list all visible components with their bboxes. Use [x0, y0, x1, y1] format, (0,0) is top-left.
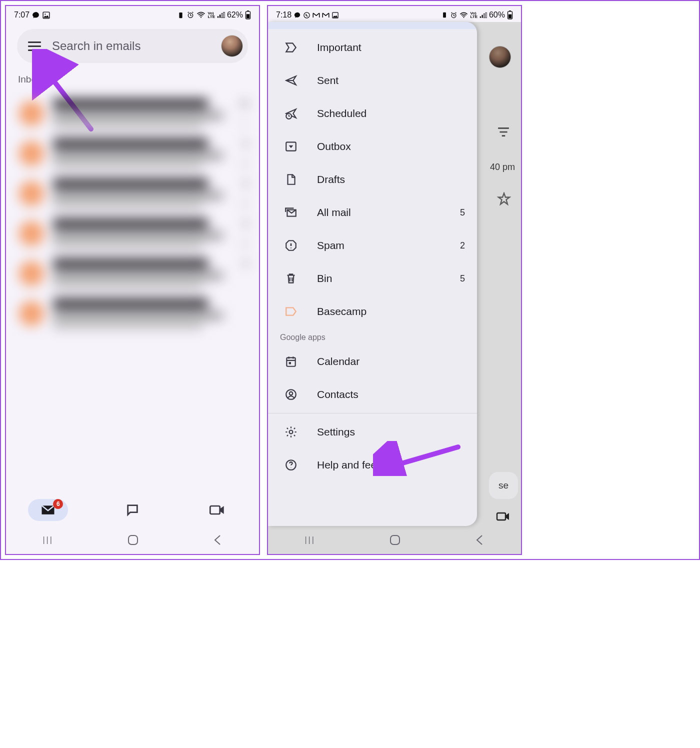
- drawer-item-spam[interactable]: Spam2: [268, 229, 477, 262]
- email-time: 40 pm: [490, 162, 515, 172]
- wifi-icon: [196, 12, 206, 18]
- hamburger-menu-icon[interactable]: [28, 42, 41, 51]
- drawer-item-label: Contacts: [317, 388, 358, 400]
- wifi-icon: [460, 12, 468, 18]
- email-item[interactable]: n▸: [6, 214, 259, 254]
- settings-icon: [284, 426, 298, 438]
- svg-rect-26: [497, 513, 506, 520]
- drawer-item-drafts[interactable]: Drafts: [268, 163, 477, 196]
- volte-icon: Vo)LTE: [208, 12, 215, 18]
- drawer-item-label: Scheduled: [317, 108, 366, 120]
- drafts-icon: [284, 173, 298, 186]
- picture-icon: [42, 11, 50, 20]
- signal-icon: [480, 12, 487, 18]
- svg-rect-13: [128, 536, 138, 544]
- divider: [268, 413, 477, 414]
- system-nav: |||: [6, 526, 259, 554]
- drawer-item-label: Spam: [317, 240, 344, 252]
- email-item[interactable]: n: [6, 254, 259, 294]
- picture-icon: [332, 12, 339, 19]
- recent-apps-button[interactable]: |||: [42, 536, 53, 544]
- drawer-item-label: Bin: [317, 272, 332, 284]
- svg-point-18: [464, 16, 464, 18]
- allmail-icon: [284, 206, 298, 219]
- svg-point-1: [44, 14, 46, 14]
- drawer-item-count: 2: [460, 240, 465, 251]
- svg-rect-19: [480, 16, 481, 18]
- chat-bubble-icon: [32, 11, 40, 20]
- navigation-drawer: ImportantSentScheduledOutboxDraftsAll ma…: [268, 22, 477, 526]
- inbox-label: Inbox: [18, 74, 259, 85]
- phone-left: 7:07 Vo)LTE 62% Search in emails Inbox m…: [5, 5, 260, 555]
- search-bar[interactable]: Search in emails: [17, 29, 248, 63]
- svg-rect-21: [484, 14, 484, 18]
- status-bar: 7:07 Vo)LTE 62%: [6, 6, 259, 22]
- svg-rect-11: [246, 14, 250, 18]
- svg-rect-8: [224, 12, 224, 18]
- filter-icon: [497, 127, 510, 137]
- svg-point-14: [304, 12, 310, 18]
- svg-point-33: [290, 392, 293, 396]
- drawer-item-basecamp[interactable]: Basecamp: [268, 295, 477, 328]
- drawer-item-contacts[interactable]: Contacts: [268, 378, 477, 411]
- calendar-icon: [284, 355, 298, 368]
- recent-apps-button[interactable]: |||: [304, 536, 315, 544]
- email-item[interactable]: n▸: [6, 134, 259, 174]
- back-button[interactable]: [474, 534, 484, 546]
- scheduled-icon: [284, 107, 298, 120]
- battery-icon: [507, 10, 513, 20]
- sent-icon: [284, 74, 298, 87]
- battery-saver-icon: [177, 12, 184, 19]
- drawer-item-label: Sent: [317, 74, 338, 86]
- alarm-icon: [450, 12, 458, 19]
- search-input[interactable]: Search in emails: [52, 39, 210, 53]
- svg-rect-36: [390, 536, 400, 544]
- status-time: 7:18: [276, 10, 292, 20]
- gmail-m-icon: [322, 12, 330, 18]
- drawer-item-help-and-feedback[interactable]: Help and feedback: [268, 448, 477, 482]
- drawer-item-label: Help and feedback: [317, 459, 404, 471]
- status-time: 7:07: [14, 10, 30, 20]
- svg-rect-12: [210, 506, 220, 514]
- drawer-item-calendar[interactable]: Calendar: [268, 345, 477, 378]
- help-icon: [284, 458, 298, 472]
- label-icon: [284, 305, 298, 318]
- bin-icon: [284, 272, 298, 285]
- svg-rect-5: [218, 16, 218, 18]
- battery-percent: 60%: [489, 10, 505, 20]
- drawer-item-bin[interactable]: Bin5: [268, 262, 477, 295]
- home-button[interactable]: [127, 534, 139, 546]
- email-item[interactable]: [6, 294, 259, 334]
- nav-mail[interactable]: 6: [28, 499, 68, 521]
- drawer-item-all-mail[interactable]: All mail5: [268, 196, 477, 229]
- gmail-m-icon: [312, 12, 320, 18]
- drawer-item-label: Outbox: [317, 140, 351, 152]
- email-list[interactable]: m☆ n▸ n▸ n▸ n: [6, 94, 259, 334]
- drawer-item-scheduled[interactable]: Scheduled: [268, 97, 477, 130]
- drawer-item-label: Calendar: [317, 356, 360, 368]
- svg-rect-20: [482, 14, 482, 18]
- battery-percent: 62%: [227, 10, 243, 20]
- whatsapp-icon: [303, 12, 310, 19]
- back-button[interactable]: [212, 534, 222, 546]
- drawer-item-outbox[interactable]: Outbox: [268, 130, 477, 163]
- drawer-item-important[interactable]: Important: [268, 31, 477, 64]
- drawer-item-settings[interactable]: Settings: [268, 416, 477, 448]
- drawer-item-label: Drafts: [317, 174, 345, 186]
- email-item[interactable]: n▸: [6, 174, 259, 214]
- phone-right: 7:18 Vo)LTE 60% 40 pm se ImportantSentSc…: [267, 5, 522, 555]
- svg-rect-6: [220, 14, 220, 18]
- email-item[interactable]: m☆: [6, 94, 259, 134]
- home-button[interactable]: [389, 534, 401, 546]
- nav-meet[interactable]: [197, 499, 237, 521]
- contacts-icon: [284, 388, 298, 401]
- svg-rect-25: [508, 14, 512, 18]
- drawer-item-sent[interactable]: Sent: [268, 64, 477, 97]
- chat-bubble-icon: [294, 12, 301, 19]
- svg-rect-22: [486, 12, 486, 18]
- system-nav: |||: [268, 526, 521, 554]
- nav-chat[interactable]: [112, 499, 152, 521]
- avatar[interactable]: [221, 35, 243, 57]
- video-icon: [209, 504, 225, 516]
- important-icon: [284, 41, 298, 54]
